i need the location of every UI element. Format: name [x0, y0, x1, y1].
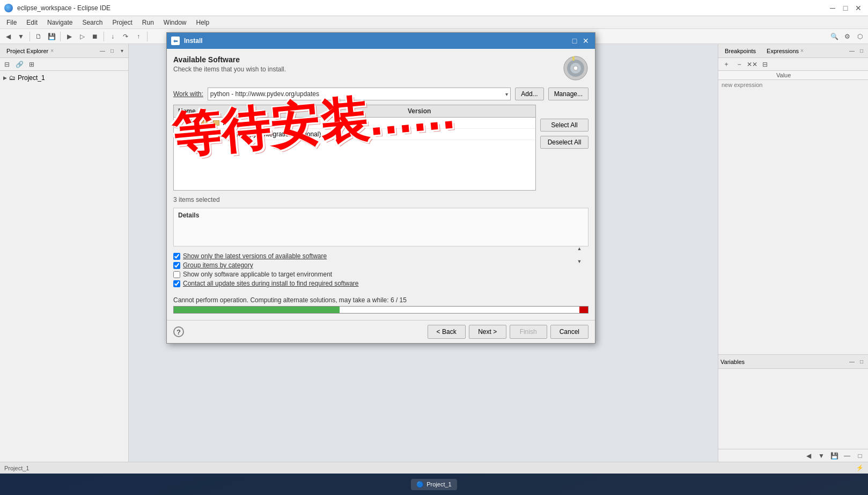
sidebar-filter-btn[interactable]: ⊞: [26, 59, 38, 70]
toolbar-stop-btn[interactable]: ⏹: [89, 31, 101, 42]
minimize-button[interactable]: ─: [827, 3, 838, 13]
right-table-header: Value: [718, 71, 868, 80]
toolbar-step-return-btn[interactable]: ↑: [133, 31, 144, 42]
menu-search[interactable]: Search: [78, 18, 107, 27]
right-toolbar-remove-btn[interactable]: −: [733, 59, 745, 70]
new-expression-input[interactable]: [718, 80, 868, 90]
checkbox-contact-sites[interactable]: [173, 280, 180, 287]
finish-button[interactable]: Finish: [510, 325, 547, 339]
cancel-button[interactable]: Cancel: [550, 325, 589, 339]
next-button[interactable]: Next >: [469, 325, 506, 339]
progress-stop-btn[interactable]: [579, 307, 588, 314]
progress-bar-container: [173, 306, 589, 314]
menu-navigate[interactable]: Navigate: [43, 18, 77, 27]
menu-help[interactable]: Help: [192, 18, 214, 27]
row-1-name-cell: ▶ ✓ PyDev: [178, 119, 408, 127]
details-scroll-up-btn[interactable]: ▲: [573, 243, 585, 254]
select-all-button[interactable]: Select All: [540, 119, 589, 132]
sidebar-toolbar: ⊟ 🔗 ⊞: [0, 58, 128, 71]
toolbar-back-btn[interactable]: ◀: [2, 31, 14, 42]
menu-file[interactable]: File: [2, 18, 21, 27]
variables-new-btn[interactable]: □: [854, 450, 866, 462]
tab-expressions-close[interactable]: ×: [800, 48, 804, 54]
sidebar-link-editor-btn[interactable]: 🔗: [13, 59, 25, 70]
checkbox-label-2: Group items by category: [183, 261, 253, 269]
selection-buttons: Select All Deselect All: [540, 105, 589, 191]
taskbar-item-eclipse[interactable]: 🔵 Project_1: [411, 479, 457, 490]
maximize-button[interactable]: □: [840, 3, 851, 13]
toolbar-new-btn[interactable]: 🗋: [33, 31, 45, 42]
software-table: Name Version ▶ ✓: [173, 105, 536, 191]
dialog-close-btn[interactable]: ✕: [581, 36, 591, 46]
sidebar-minimize-btn[interactable]: —: [98, 47, 107, 55]
sidebar-maximize-btn[interactable]: □: [108, 47, 116, 55]
table-header: Name Version: [174, 105, 535, 118]
right-panel-minimize-btn[interactable]: —: [848, 47, 856, 55]
row-1-checkbox[interactable]: ✓: [188, 120, 195, 127]
back-button[interactable]: < Back: [428, 325, 466, 339]
row-1-icon: [198, 120, 219, 126]
expressions-col-value: Value: [776, 72, 864, 78]
sidebar-view-menu-btn[interactable]: ▾: [117, 47, 126, 55]
row-2-checkbox[interactable]: ✓: [188, 131, 195, 138]
project-icon: 🗂: [9, 74, 16, 82]
toolbar-run-btn[interactable]: ▷: [76, 31, 88, 42]
menu-window[interactable]: Window: [159, 18, 191, 27]
tree-arrow-project: ▶: [3, 75, 7, 81]
menu-project[interactable]: Project: [108, 18, 136, 27]
menu-edit[interactable]: Edit: [22, 18, 42, 27]
toolbar-search-btn[interactable]: 🔍: [828, 31, 840, 42]
menu-run[interactable]: Run: [138, 18, 158, 27]
toolbar-step-over-btn[interactable]: ↷: [120, 31, 131, 42]
pkg-box-2c: [213, 132, 219, 137]
sidebar-collapse-all-btn[interactable]: ⊟: [1, 59, 13, 70]
toolbar-settings-btn[interactable]: ⚙: [841, 31, 853, 42]
install-dialog: ⬅ Install □ ✕ Available Software Check t…: [166, 32, 595, 344]
checkbox-target-env[interactable]: [173, 271, 180, 278]
right-panel-maximize-btn[interactable]: □: [857, 47, 866, 55]
row-1-expand[interactable]: ▶: [178, 120, 185, 126]
right-toolbar: + − ✕✕ ⊟: [718, 58, 868, 71]
sidebar-tab-project-explorer[interactable]: Project Explorer ×: [2, 47, 58, 55]
checkbox-latest-versions[interactable]: [173, 253, 180, 260]
variables-copy-btn[interactable]: —: [841, 450, 853, 462]
taskbar: 🔵 Project_1: [0, 474, 868, 495]
variables-back-btn[interactable]: ◀: [803, 450, 814, 462]
tree-item-project[interactable]: ▶ 🗂 Project_1: [1, 73, 127, 83]
right-toolbar-remove-all-btn[interactable]: ✕✕: [746, 59, 758, 70]
tab-breakpoints[interactable]: Breakpoints: [720, 47, 760, 55]
tab-breakpoints-label: Breakpoints: [725, 48, 756, 54]
details-scroll-down-btn[interactable]: ▼: [573, 256, 585, 267]
right-toolbar-add-btn[interactable]: +: [720, 59, 732, 70]
checkbox-label-3: Show only software applicable to target …: [183, 271, 332, 278]
sidebar-tab-close[interactable]: ×: [50, 48, 54, 54]
variables-dropdown-btn[interactable]: ▼: [815, 450, 827, 462]
variables-maximize-btn[interactable]: □: [857, 358, 866, 366]
toolbar-save-btn[interactable]: 💾: [46, 31, 57, 42]
taskbar-eclipse-label: Project_1: [426, 481, 451, 487]
right-toolbar-collapse-btn[interactable]: ⊟: [759, 59, 771, 70]
dialog-title: Install: [184, 37, 565, 45]
row-1-label: PyDev: [223, 119, 241, 127]
sidebar: Project Explorer × — □ ▾ ⊟ 🔗 ⊞ ▶ 🗂 Proje: [0, 44, 129, 462]
checkbox-group-by-category[interactable]: [173, 262, 180, 269]
table-row: ▶ ✓ PyDev Mylyn Integration (optional): [174, 129, 535, 140]
work-with-combo[interactable]: python - http://www.pydev.org/updates ▾: [208, 88, 511, 100]
tab-expressions-label: Expressions: [767, 48, 799, 54]
dialog-maximize-btn[interactable]: □: [570, 36, 579, 46]
deselect-all-button[interactable]: Deselect All: [540, 136, 589, 149]
variables-save-btn[interactable]: 💾: [828, 450, 840, 462]
help-icon[interactable]: ?: [173, 326, 184, 337]
sidebar-controls: — □ ▾: [98, 47, 126, 55]
close-button[interactable]: ✕: [853, 3, 864, 13]
tab-expressions[interactable]: Expressions ×: [762, 47, 808, 55]
manage-button[interactable]: Manage...: [548, 88, 589, 100]
add-button[interactable]: Add...: [515, 88, 543, 100]
toolbar-step-into-btn[interactable]: ↓: [107, 31, 119, 42]
row-2-expand[interactable]: ▶: [178, 132, 185, 137]
variables-minimize-btn[interactable]: —: [848, 358, 856, 366]
toolbar-perspective-btn[interactable]: ⬡: [854, 31, 866, 42]
toolbar-forward-btn[interactable]: ▼: [15, 31, 27, 42]
right-content: [718, 80, 868, 354]
toolbar-debug-btn[interactable]: ▶: [63, 31, 75, 42]
